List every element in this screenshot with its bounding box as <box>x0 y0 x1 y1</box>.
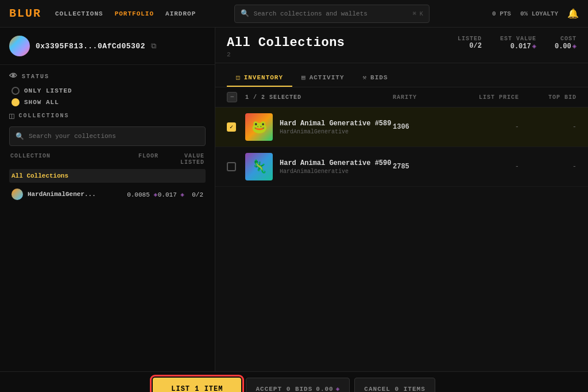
accept-bids-button[interactable]: ACCEPT 0 BIDS 0.00 ◈ <box>246 378 350 393</box>
nft-590-checkbox[interactable] <box>227 162 236 171</box>
avatar <box>9 36 30 56</box>
sidebar: 0x3395F813...0AfCd05302 ⧉ 👁 STATUS ONLY … <box>0 28 215 371</box>
nft-590-rarity: 2785 <box>393 163 450 171</box>
copy-address-icon[interactable]: ⧉ <box>151 42 156 51</box>
notification-icon[interactable]: 🔔 <box>567 8 579 20</box>
nft-589-checkbox-wrap <box>227 122 245 132</box>
main-layout: 0x3395F813...0AfCd05302 ⧉ 👁 STATUS ONLY … <box>0 28 588 371</box>
status-section: 👁 STATUS ONLY LISTED SHOW ALL <box>0 65 215 111</box>
nft-590-info: Hard Animal Generative #590 HardAnimalGe… <box>280 159 393 175</box>
status-icon: 👁 <box>9 72 18 81</box>
nft-589-checkbox[interactable] <box>227 122 236 132</box>
nft-589-collection: HardAnimalGenerative <box>280 129 393 135</box>
nft-590-collection: HardAnimalGenerative <box>280 168 393 175</box>
th-select: − <box>227 92 245 102</box>
nft-590-topbid: - <box>519 163 577 171</box>
stat-est-label: EST VALUE <box>500 36 536 42</box>
page-title: All Collections <box>227 36 345 50</box>
th-rarity: RARITY <box>393 94 450 101</box>
nft-590-thumb: 🦎 <box>245 153 273 180</box>
nft-row-589[interactable]: 🐸 Hard Animal Generative #589 HardAnimal… <box>215 107 588 147</box>
nft-row-590[interactable]: 🦎 Hard Animal Generative #590 HardAnimal… <box>215 147 588 187</box>
nft-590-name: Hard Animal Generative #590 <box>280 159 393 167</box>
collection-hardanimal-name: HardAnimalGener... <box>28 191 123 198</box>
stat-cost-val: 0.00 ◈ <box>555 42 577 51</box>
status-title: 👁 STATUS <box>9 72 206 81</box>
th-list-price: LIST PRICE <box>450 94 519 101</box>
collection-row-hardanimal[interactable]: HardAnimalGener... 0.0085 ◈ 0.017 ◈ 0/2 <box>9 185 206 203</box>
show-all-radio[interactable] <box>11 98 20 106</box>
content-header-top: All Collections 2 LISTED 0/2 EST VALUE 0… <box>227 36 577 58</box>
nft-590-art: 🦎 <box>245 153 273 180</box>
global-search-input[interactable] <box>254 10 408 17</box>
tabs: ◫ INVENTORY ▤ ACTIVITY ⚒ BIDS <box>215 63 588 87</box>
th-selected-info: 1 / 2 SELECTED <box>245 94 393 101</box>
tab-bids[interactable]: ⚒ BIDS <box>353 69 397 87</box>
top-nav: BLUR COLLECTIONS PORTFOLIO AIRDROP 🔍 ⌘ K… <box>0 0 588 28</box>
content-area: All Collections 2 LISTED 0/2 EST VALUE 0… <box>215 28 588 371</box>
content-header: All Collections 2 LISTED 0/2 EST VALUE 0… <box>215 28 588 63</box>
th-top-bid: TOP BID <box>519 94 577 101</box>
nav-portfolio[interactable]: PORTFOLIO <box>115 10 154 17</box>
stat-listed-label: LISTED <box>458 36 482 42</box>
stat-cost: COST 0.00 ◈ <box>555 36 577 51</box>
nav-collections[interactable]: COLLECTIONS <box>55 10 103 17</box>
bids-icon: ⚒ <box>362 74 367 81</box>
cancel-items-button[interactable]: CANCEL 0 ITEMS <box>354 378 435 393</box>
col-header-collection: COLLECTION <box>10 153 124 166</box>
nft-589-thumb: 🐸 <box>245 113 273 141</box>
col-header-floor: FLOOR <box>124 153 158 166</box>
search-shortcut: ⌘ K <box>413 10 423 17</box>
nft-589-info: Hard Animal Generative #589 HardAnimalGe… <box>280 120 393 135</box>
list-item-button[interactable]: LIST 1 ITEM <box>153 378 241 393</box>
only-listed-option[interactable]: ONLY LISTED <box>11 87 206 95</box>
col-header-value: VALUE LISTED <box>158 153 204 166</box>
accept-bids-value: 0.00 ◈ <box>316 385 340 392</box>
table-header: − 1 / 2 SELECTED RARITY LIST PRICE TOP B… <box>215 87 588 107</box>
activity-icon: ▤ <box>301 74 306 81</box>
inventory-icon: ◫ <box>236 74 241 81</box>
accept-bids-label: ACCEPT 0 BIDS <box>256 386 312 393</box>
collections-search-input[interactable] <box>29 133 199 140</box>
show-all-option[interactable]: SHOW ALL <box>11 98 206 106</box>
stat-est-val: 0.017 ◈ <box>510 42 536 51</box>
deselect-all-btn[interactable]: − <box>227 92 237 102</box>
selected-count-text: 1 / 2 SELECTED <box>245 94 301 101</box>
show-all-label: SHOW ALL <box>24 99 59 106</box>
collections-title: ◫ COLLECTIONS <box>9 111 206 121</box>
page-count: 2 <box>227 51 345 58</box>
only-listed-label: ONLY LISTED <box>24 87 72 94</box>
user-pts: 0 PTS <box>492 10 511 17</box>
nav-airdrop[interactable]: AIRDROP <box>165 10 196 17</box>
stat-listed: LISTED 0/2 <box>458 36 482 51</box>
wallet-address: 0x3395F813...0AfCd05302 <box>36 42 145 51</box>
collection-hardanimal-floor: 0.0085 ◈ <box>123 191 157 198</box>
collections-search-icon: 🔍 <box>16 132 24 141</box>
wallet-header: 0x3395F813...0AfCd05302 ⧉ <box>0 28 215 65</box>
nft-590-listprice: - <box>450 163 519 171</box>
only-listed-radio[interactable] <box>11 87 20 95</box>
nav-links: COLLECTIONS PORTFOLIO AIRDROP <box>55 10 196 17</box>
tab-inventory[interactable]: ◫ INVENTORY <box>227 69 292 87</box>
nft-589-listprice: - <box>450 123 519 131</box>
collection-all-name: All Collections <box>11 172 203 179</box>
tab-activity[interactable]: ▤ ACTIVITY <box>292 69 353 87</box>
stat-cost-label: COST <box>560 36 577 42</box>
collection-headers: COLLECTION FLOOR VALUE LISTED <box>9 153 206 166</box>
bottom-action-bar: LIST 1 ITEM ACCEPT 0 BIDS 0.00 ◈ CANCEL … <box>0 371 588 392</box>
global-search[interactable]: 🔍 ⌘ K <box>234 5 430 23</box>
stat-est-value: EST VALUE 0.017 ◈ <box>500 36 536 51</box>
stat-listed-value: 0/2 <box>469 42 482 50</box>
nft-590-checkbox-wrap <box>227 162 245 171</box>
collection-hardanimal-value: 0.017 ◈ 0/2 <box>157 191 203 198</box>
logo: BLUR <box>9 7 41 20</box>
collection-list: All Collections HardAnimalGener... 0.008… <box>9 169 206 203</box>
search-icon: 🔍 <box>241 9 249 18</box>
nft-589-name: Hard Animal Generative #589 <box>280 120 393 128</box>
nft-589-art: 🐸 <box>245 113 273 141</box>
nft-589-rarity: 1306 <box>393 123 450 131</box>
nav-right: 0 PTS 0% LOYALTY 🔔 <box>492 8 579 20</box>
collections-search-bar[interactable]: 🔍 <box>9 126 206 146</box>
collections-icon: ◫ <box>9 111 15 121</box>
collection-row-all[interactable]: All Collections <box>9 169 206 183</box>
